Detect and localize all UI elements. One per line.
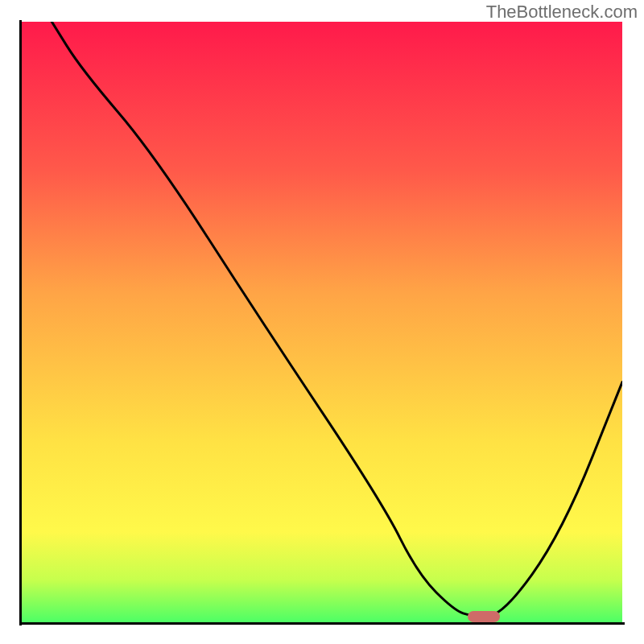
watermark-text: TheBottleneck.com bbox=[486, 2, 638, 23]
chart-container: TheBottleneck.com bbox=[0, 0, 644, 644]
bottleneck-curve bbox=[52, 22, 622, 617]
optimum-marker bbox=[468, 611, 500, 622]
curve-svg bbox=[22, 22, 622, 622]
x-axis bbox=[19, 622, 625, 625]
